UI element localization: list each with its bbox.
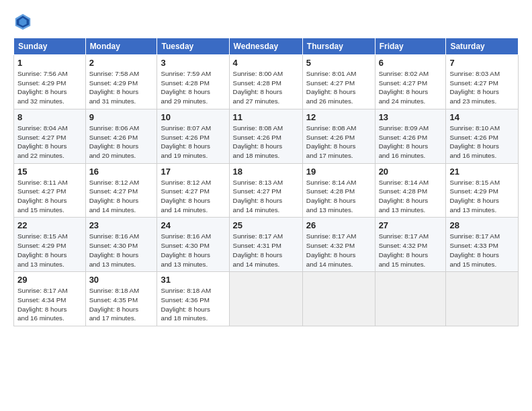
calendar-day-cell: 5Sunrise: 8:01 AM Sunset: 4:27 PM Daylig… (302, 55, 375, 109)
day-info: Sunrise: 8:18 AM Sunset: 4:36 PM Dayligh… (161, 286, 225, 323)
day-info: Sunrise: 8:17 AM Sunset: 4:31 PM Dayligh… (233, 232, 299, 269)
day-number: 7 (449, 58, 515, 68)
calendar-day-cell (229, 272, 302, 326)
day-number: 31 (161, 275, 225, 285)
weekday-header-row: SundayMondayTuesdayWednesdayThursdayFrid… (14, 38, 519, 55)
calendar-day-cell (302, 272, 375, 326)
day-number: 21 (449, 167, 515, 177)
day-info: Sunrise: 8:17 AM Sunset: 4:32 PM Dayligh… (306, 232, 371, 269)
calendar-day-cell: 14Sunrise: 8:10 AM Sunset: 4:26 PM Dayli… (446, 109, 519, 163)
day-info: Sunrise: 8:03 AM Sunset: 4:27 PM Dayligh… (449, 69, 515, 106)
calendar-day-cell: 12Sunrise: 8:08 AM Sunset: 4:26 PM Dayli… (302, 109, 375, 163)
calendar-day-cell: 22Sunrise: 8:15 AM Sunset: 4:29 PM Dayli… (14, 218, 86, 272)
calendar-day-cell: 10Sunrise: 8:07 AM Sunset: 4:26 PM Dayli… (157, 109, 229, 163)
day-info: Sunrise: 8:11 AM Sunset: 4:27 PM Dayligh… (17, 178, 82, 215)
day-info: Sunrise: 8:17 AM Sunset: 4:32 PM Dayligh… (379, 232, 443, 269)
day-number: 24 (161, 220, 225, 230)
day-info: Sunrise: 8:04 AM Sunset: 4:27 PM Dayligh… (17, 124, 82, 161)
calendar-body: 1Sunrise: 7:56 AM Sunset: 4:29 PM Daylig… (14, 55, 519, 326)
calendar-day-cell: 29Sunrise: 8:17 AM Sunset: 4:34 PM Dayli… (14, 272, 86, 326)
calendar-day-cell: 24Sunrise: 8:16 AM Sunset: 4:30 PM Dayli… (157, 218, 229, 272)
day-number: 16 (89, 167, 154, 177)
calendar-day-cell: 1Sunrise: 7:56 AM Sunset: 4:29 PM Daylig… (14, 55, 86, 109)
day-info: Sunrise: 8:12 AM Sunset: 4:27 PM Dayligh… (161, 178, 225, 215)
calendar-week-row: 15Sunrise: 8:11 AM Sunset: 4:27 PM Dayli… (14, 163, 519, 218)
day-info: Sunrise: 8:01 AM Sunset: 4:27 PM Dayligh… (306, 69, 371, 106)
logo-icon (13, 12, 32, 31)
day-number: 11 (233, 112, 299, 122)
calendar-day-cell (446, 272, 519, 326)
day-info: Sunrise: 8:15 AM Sunset: 4:29 PM Dayligh… (449, 178, 515, 215)
calendar-day-cell: 18Sunrise: 8:13 AM Sunset: 4:27 PM Dayli… (229, 163, 302, 218)
calendar-day-cell: 7Sunrise: 8:03 AM Sunset: 4:27 PM Daylig… (446, 55, 519, 109)
day-number: 18 (233, 167, 299, 177)
calendar-week-row: 1Sunrise: 7:56 AM Sunset: 4:29 PM Daylig… (14, 55, 519, 109)
day-number: 10 (161, 112, 225, 122)
calendar-week-row: 29Sunrise: 8:17 AM Sunset: 4:34 PM Dayli… (14, 272, 519, 326)
day-number: 3 (161, 58, 225, 68)
day-number: 12 (306, 112, 371, 122)
day-number: 19 (306, 167, 371, 177)
calendar-day-cell: 15Sunrise: 8:11 AM Sunset: 4:27 PM Dayli… (14, 163, 86, 218)
day-number: 23 (89, 220, 154, 230)
day-info: Sunrise: 8:18 AM Sunset: 4:35 PM Dayligh… (89, 286, 154, 323)
calendar-day-cell (375, 272, 446, 326)
weekday-header: Monday (85, 38, 157, 55)
calendar-day-cell: 16Sunrise: 8:12 AM Sunset: 4:27 PM Dayli… (85, 163, 157, 218)
weekday-header: Wednesday (229, 38, 302, 55)
day-number: 1 (17, 58, 82, 68)
calendar-day-cell: 31Sunrise: 8:18 AM Sunset: 4:36 PM Dayli… (157, 272, 229, 326)
calendar-day-cell: 19Sunrise: 8:14 AM Sunset: 4:28 PM Dayli… (302, 163, 375, 218)
day-number: 28 (449, 220, 515, 230)
day-info: Sunrise: 8:14 AM Sunset: 4:28 PM Dayligh… (379, 178, 443, 215)
calendar-day-cell: 6Sunrise: 8:02 AM Sunset: 4:27 PM Daylig… (375, 55, 446, 109)
day-number: 5 (306, 58, 371, 68)
calendar-day-cell: 8Sunrise: 8:04 AM Sunset: 4:27 PM Daylig… (14, 109, 86, 163)
day-number: 2 (89, 58, 154, 68)
day-info: Sunrise: 8:16 AM Sunset: 4:30 PM Dayligh… (161, 232, 225, 269)
calendar-day-cell: 9Sunrise: 8:06 AM Sunset: 4:26 PM Daylig… (85, 109, 157, 163)
day-number: 27 (379, 220, 443, 230)
header (13, 12, 519, 31)
day-number: 17 (161, 167, 225, 177)
calendar-day-cell: 11Sunrise: 8:08 AM Sunset: 4:26 PM Dayli… (229, 109, 302, 163)
day-info: Sunrise: 8:09 AM Sunset: 4:26 PM Dayligh… (379, 124, 443, 161)
day-info: Sunrise: 8:08 AM Sunset: 4:26 PM Dayligh… (306, 124, 371, 161)
day-info: Sunrise: 8:02 AM Sunset: 4:27 PM Dayligh… (379, 69, 443, 106)
calendar-day-cell: 13Sunrise: 8:09 AM Sunset: 4:26 PM Dayli… (375, 109, 446, 163)
day-info: Sunrise: 8:07 AM Sunset: 4:26 PM Dayligh… (161, 124, 225, 161)
day-info: Sunrise: 8:10 AM Sunset: 4:26 PM Dayligh… (449, 124, 515, 161)
weekday-header: Sunday (14, 38, 86, 55)
calendar-day-cell: 21Sunrise: 8:15 AM Sunset: 4:29 PM Dayli… (446, 163, 519, 218)
day-number: 8 (17, 112, 82, 122)
day-number: 6 (379, 58, 443, 68)
calendar-table: SundayMondayTuesdayWednesdayThursdayFrid… (13, 38, 519, 326)
day-number: 25 (233, 220, 299, 230)
day-number: 15 (17, 167, 82, 177)
day-number: 22 (17, 220, 82, 230)
day-info: Sunrise: 8:15 AM Sunset: 4:29 PM Dayligh… (17, 232, 82, 269)
weekday-header: Saturday (446, 38, 519, 55)
calendar-day-cell: 30Sunrise: 8:18 AM Sunset: 4:35 PM Dayli… (85, 272, 157, 326)
logo (13, 12, 35, 31)
calendar-day-cell: 4Sunrise: 8:00 AM Sunset: 4:28 PM Daylig… (229, 55, 302, 109)
day-info: Sunrise: 8:06 AM Sunset: 4:26 PM Dayligh… (89, 124, 154, 161)
calendar-day-cell: 28Sunrise: 8:17 AM Sunset: 4:33 PM Dayli… (446, 218, 519, 272)
day-info: Sunrise: 7:56 AM Sunset: 4:29 PM Dayligh… (17, 69, 82, 106)
calendar-week-row: 22Sunrise: 8:15 AM Sunset: 4:29 PM Dayli… (14, 218, 519, 272)
day-number: 26 (306, 220, 371, 230)
calendar-day-cell: 17Sunrise: 8:12 AM Sunset: 4:27 PM Dayli… (157, 163, 229, 218)
day-info: Sunrise: 8:17 AM Sunset: 4:34 PM Dayligh… (17, 286, 82, 323)
calendar-day-cell: 27Sunrise: 8:17 AM Sunset: 4:32 PM Dayli… (375, 218, 446, 272)
weekday-header: Tuesday (157, 38, 229, 55)
calendar-day-cell: 23Sunrise: 8:16 AM Sunset: 4:30 PM Dayli… (85, 218, 157, 272)
day-number: 30 (89, 275, 154, 285)
page: SundayMondayTuesdayWednesdayThursdayFrid… (0, 0, 532, 333)
calendar-day-cell: 26Sunrise: 8:17 AM Sunset: 4:32 PM Dayli… (302, 218, 375, 272)
day-info: Sunrise: 8:17 AM Sunset: 4:33 PM Dayligh… (449, 232, 515, 269)
day-number: 29 (17, 275, 82, 285)
day-info: Sunrise: 8:00 AM Sunset: 4:28 PM Dayligh… (233, 69, 299, 106)
day-number: 20 (379, 167, 443, 177)
weekday-header: Thursday (302, 38, 375, 55)
day-number: 14 (449, 112, 515, 122)
